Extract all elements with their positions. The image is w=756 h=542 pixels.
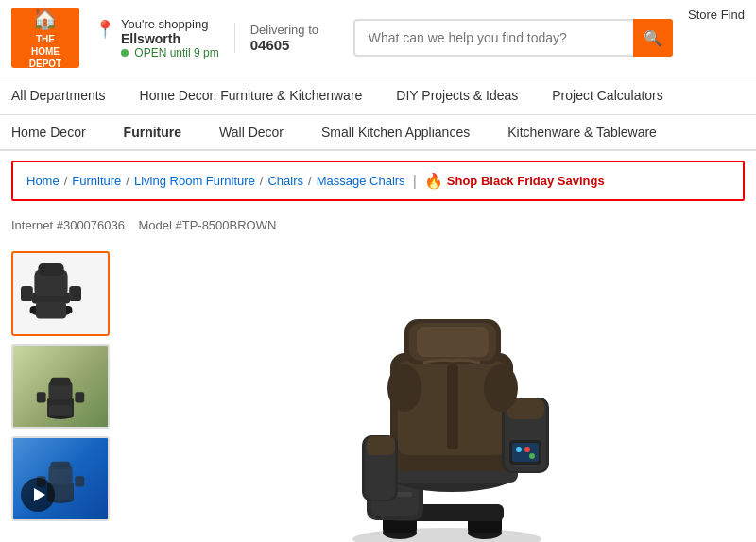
delivery-box: Delivering to 04605 [234,23,338,53]
thumbnail-3[interactable] [11,436,110,521]
product-meta: Internet #300076036 Model #TP-8500BROWN [0,211,756,240]
store-location: 📍 You're shopping Ellsworth OPEN until 9… [94,17,219,59]
breadcrumb-sep-4: / [308,174,312,188]
svg-rect-49 [512,443,539,462]
search-input[interactable] [353,19,673,57]
svg-rect-8 [36,302,66,319]
breadcrumb-sep-2: / [126,174,129,188]
nav-home-decor-furniture[interactable]: Home Decor, Furniture & Kitchenware [123,76,380,114]
svg-rect-38 [447,364,458,449]
model-number: Model #TP-8500BROWN [138,218,276,232]
logo[interactable]: 🏠 THEHOMEDEPOT [11,8,79,68]
breadcrumb-home[interactable]: Home [26,174,60,188]
svg-rect-14 [75,392,84,402]
svg-rect-44 [367,436,395,455]
breadcrumb-sep-3: / [260,174,264,188]
svg-rect-41 [417,327,489,357]
svg-point-53 [387,364,421,412]
cat-home-decor[interactable]: Home Decor [11,115,105,149]
svg-point-52 [529,453,535,459]
svg-rect-12 [51,378,71,385]
main-nav: All Departments Home Decor, Furniture & … [0,76,756,115]
search-icon: 🔍 [644,29,662,47]
cat-nav: Home Decor Furniture Wall Decor Small Ki… [0,115,756,151]
breadcrumb: Home / Furniture / Living Room Furniture… [11,161,745,201]
breadcrumb-sep-1: / [64,174,68,188]
nav-project-calculators[interactable]: Project Calculators [535,76,680,114]
search-bar: 🔍 [353,19,673,57]
store-find-link[interactable]: Store Find [688,8,745,22]
play-button[interactable] [21,478,55,512]
fire-icon: 🔥 [424,172,443,190]
cat-wall-decor[interactable]: Wall Decor [200,115,302,149]
breadcrumb-living-room[interactable]: Living Room Furniture [134,174,255,188]
svg-rect-15 [48,405,72,415]
zip-code: 04605 [250,37,338,53]
top-bar: 🏠 THEHOMEDEPOT 📍 You're shopping Ellswor… [0,0,756,76]
black-friday-link[interactable]: 🔥 Shop Black Friday Savings [424,172,605,190]
svg-point-51 [524,447,530,452]
search-button[interactable]: 🔍 [633,19,673,57]
main-product-image [130,251,745,542]
breadcrumb-furniture[interactable]: Furniture [72,174,121,188]
thumbnails [11,251,115,542]
svg-rect-7 [69,286,81,301]
svg-point-54 [484,364,518,412]
svg-rect-6 [21,286,33,301]
cat-small-kitchen[interactable]: Small Kitchen Appliances [302,115,489,149]
svg-rect-5 [38,263,63,276]
thumbnail-2[interactable] [11,344,110,429]
open-status: OPEN until 9 pm [121,46,219,59]
svg-point-50 [516,447,522,452]
breadcrumb-divider: | [413,173,417,190]
black-friday-label: Shop Black Friday Savings [447,174,605,188]
svg-rect-13 [37,392,46,402]
breadcrumb-chairs[interactable]: Chairs [267,174,303,188]
breadcrumb-massage-chairs[interactable]: Massage Chairs [317,174,405,188]
cat-kitchenware[interactable]: Kitchenware & Tableware [489,115,676,149]
city-name: Ellsworth [121,31,219,46]
location-pin-icon: 📍 [94,19,115,40]
internet-number: Internet #300076036 [11,218,125,232]
nav-all-departments[interactable]: All Departments [11,76,123,114]
shopping-label: You're shopping [121,17,219,31]
svg-rect-21 [75,476,84,486]
thumbnail-1[interactable] [11,251,110,336]
svg-point-22 [352,528,541,542]
delivering-label: Delivering to [250,23,338,37]
nav-diy-projects[interactable]: DIY Projects & Ideas [379,76,535,114]
product-area [0,240,756,542]
cat-furniture[interactable]: Furniture [105,115,200,149]
svg-rect-19 [51,462,71,469]
